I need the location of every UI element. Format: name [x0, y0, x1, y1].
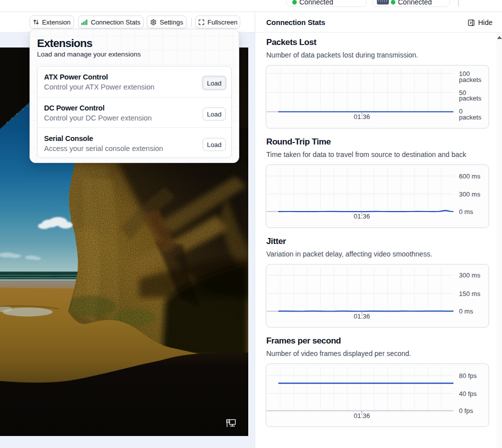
svg-text:300 ms: 300 ms [459, 190, 480, 198]
svg-text:0 fps: 0 fps [459, 407, 473, 414]
svg-text:40 fps: 40 fps [459, 390, 477, 398]
svg-text:packets: packets [459, 94, 481, 102]
svg-text:80 fps: 80 fps [459, 372, 477, 380]
svg-text:packets: packets [459, 76, 481, 84]
svg-text:0 ms: 0 ms [459, 208, 473, 216]
svg-text:600 ms: 600 ms [459, 172, 480, 180]
svg-text:0 ms: 0 ms [459, 308, 473, 315]
svg-text:packets: packets [459, 114, 481, 121]
svg-text:150 ms: 150 ms [459, 290, 480, 298]
svg-text:01:36: 01:36 [354, 312, 370, 320]
svg-text:01:36: 01:36 [354, 412, 370, 420]
svg-text:01:36: 01:36 [354, 212, 370, 220]
svg-text:300 ms: 300 ms [459, 272, 480, 279]
svg-text:01:36: 01:36 [354, 113, 370, 120]
